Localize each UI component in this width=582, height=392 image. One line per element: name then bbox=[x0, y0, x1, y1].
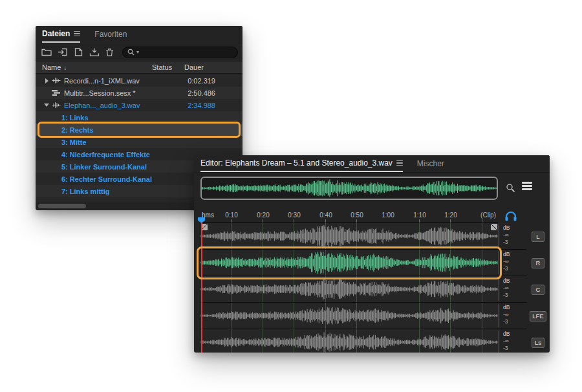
ruler-tick-label: 0:50 bbox=[350, 212, 363, 219]
name-column-header[interactable]: Name ↓ bbox=[42, 63, 152, 71]
db-scale-column[interactable]: dB -∞ -3 dB -∞ -3 dB -∞ -3 dB -∞ -3 dB -… bbox=[498, 223, 526, 353]
db-neg3-label: -3 bbox=[503, 345, 508, 351]
channel-button-ls[interactable]: Ls bbox=[532, 338, 544, 348]
channel-waveform-r[interactable] bbox=[200, 250, 498, 276]
waveform-display bbox=[200, 223, 498, 353]
tab-dateien[interactable]: Dateien bbox=[42, 26, 80, 43]
search-input[interactable] bbox=[141, 49, 233, 56]
editor-panel: Editor: Elephants Dream – 5.1 and Stereo… bbox=[194, 155, 550, 353]
channel-button-lfe[interactable]: LFE bbox=[530, 311, 546, 321]
list-icon bbox=[522, 182, 532, 190]
tab-editor-label: Editor: Elephants Dream – 5.1 and Stereo… bbox=[200, 158, 393, 168]
channel-row-links[interactable]: 1: Links bbox=[36, 111, 242, 124]
navigator-frame[interactable] bbox=[200, 177, 498, 200]
db-scale[interactable]: dB -∞ -3 bbox=[498, 303, 526, 329]
overview-navigator[interactable] bbox=[200, 177, 498, 200]
search-box[interactable]: ▾ bbox=[122, 47, 238, 58]
new-file-icon bbox=[74, 48, 83, 56]
fade-in-handle[interactable] bbox=[201, 224, 208, 230]
search-scope-caret-icon: ▾ bbox=[136, 50, 139, 55]
file-row-recording[interactable]: Recordi...n-1_iXML.wav 0:02.319 bbox=[36, 74, 242, 87]
channel-row-rechts[interactable]: 2: Rechts bbox=[36, 124, 242, 136]
open-folder-button[interactable] bbox=[41, 48, 52, 56]
multitrack-session-icon bbox=[51, 89, 64, 96]
files-tab-bar: Dateien Favoriten bbox=[36, 26, 242, 43]
list-button[interactable] bbox=[522, 182, 532, 192]
waveform-c bbox=[200, 276, 498, 302]
db-unit-label: dB bbox=[503, 304, 510, 310]
channel-label: 1: Links bbox=[61, 114, 89, 122]
file-duration: 2:50.486 bbox=[184, 89, 215, 97]
ruler-tick-label: 0:40 bbox=[319, 212, 332, 219]
tab-favoriten-label: Favoriten bbox=[94, 30, 127, 39]
db-unit-label: dB bbox=[503, 278, 510, 284]
file-row-session[interactable]: Multitr...Session.sesx * 2:50.486 bbox=[36, 87, 242, 99]
waveform-file-icon bbox=[51, 102, 64, 109]
expand-chevron-icon[interactable] bbox=[42, 78, 51, 83]
ruler-tick-label: 0:20 bbox=[257, 212, 269, 219]
channel-button-l[interactable]: L bbox=[532, 232, 544, 242]
channel-button-r[interactable]: R bbox=[532, 258, 544, 268]
file-name: Elephan..._audio_3.wav bbox=[64, 102, 152, 109]
sort-descending-icon: ↓ bbox=[63, 64, 67, 71]
horizontal-scrollbar-thumb[interactable] bbox=[38, 204, 86, 208]
db-neg-inf-label: -∞ bbox=[503, 258, 509, 265]
file-name: Multitr...Session.sesx * bbox=[64, 89, 152, 97]
db-scale[interactable]: dB -∞ -3 bbox=[498, 329, 526, 353]
db-unit-label: dB bbox=[503, 251, 510, 257]
fade-out-handle[interactable] bbox=[491, 224, 497, 230]
open-folder-icon bbox=[41, 48, 52, 56]
channel-waveform-ls[interactable] bbox=[200, 329, 498, 353]
channel-label: 3: Mitte bbox=[61, 138, 87, 146]
tab-favoriten[interactable]: Favoriten bbox=[94, 26, 127, 43]
db-scale[interactable]: dB -∞ -3 bbox=[498, 250, 526, 276]
monitor-button[interactable] bbox=[504, 210, 517, 223]
files-toolbar: ▾ bbox=[36, 43, 242, 61]
db-scale[interactable]: dB -∞ -3 bbox=[498, 276, 526, 303]
zoom-button[interactable] bbox=[506, 183, 515, 195]
db-neg-inf-label: -∞ bbox=[503, 232, 509, 238]
channel-label: 6: Rechter Surround-Kanal bbox=[61, 175, 152, 183]
timeline-ruler[interactable]: hms 0:10 0:20 0:30 0:40 0:50 1:00 1:10 1… bbox=[200, 208, 498, 223]
channel-waveform-lfe[interactable] bbox=[200, 303, 498, 329]
waveform-ls bbox=[200, 329, 498, 353]
channel-waveform-l[interactable] bbox=[200, 223, 498, 250]
channel-waveform-c[interactable] bbox=[200, 276, 498, 303]
file-name: Recordi...n-1_iXML.wav bbox=[64, 77, 152, 85]
save-button[interactable] bbox=[89, 48, 100, 56]
zoom-icon bbox=[506, 183, 515, 193]
panel-menu-icon[interactable] bbox=[396, 159, 403, 168]
channel-label: 7: Links mittig bbox=[61, 188, 110, 195]
db-scale[interactable]: dB -∞ -3 bbox=[498, 223, 526, 250]
tab-editor[interactable]: Editor: Elephants Dream – 5.1 and Stereo… bbox=[200, 155, 403, 172]
channel-row-mitte[interactable]: 3: Mitte bbox=[36, 136, 242, 148]
ruler-tick-label: 1:00 bbox=[382, 212, 394, 219]
name-header-label: Name bbox=[42, 63, 61, 71]
file-row-elephants[interactable]: Elephan..._audio_3.wav 2:34.988 bbox=[36, 99, 242, 111]
import-file-button[interactable] bbox=[58, 48, 68, 56]
delete-button[interactable] bbox=[105, 48, 114, 56]
db-neg-inf-label: -∞ bbox=[503, 338, 509, 344]
channel-button-c[interactable]: C bbox=[532, 285, 544, 295]
tab-mischer[interactable]: Mischer bbox=[417, 155, 444, 172]
db-neg3-label: -3 bbox=[503, 265, 508, 272]
db-neg-inf-label: -∞ bbox=[503, 311, 509, 318]
status-column-header[interactable]: Status bbox=[152, 63, 184, 71]
collapse-chevron-icon[interactable] bbox=[42, 103, 51, 107]
waveform-r bbox=[200, 250, 498, 276]
ruler-tick-label: 0:30 bbox=[288, 212, 300, 219]
new-file-button[interactable] bbox=[74, 48, 83, 56]
editor-tab-bar: Editor: Elephants Dream – 5.1 and Stereo… bbox=[194, 155, 550, 173]
panel-menu-icon[interactable] bbox=[74, 30, 80, 38]
waveform-l bbox=[200, 223, 498, 249]
db-neg-inf-label: -∞ bbox=[503, 285, 509, 291]
tab-dateien-label: Dateien bbox=[42, 29, 70, 38]
db-neg3-label: -3 bbox=[503, 292, 508, 298]
clip-label: (Clip) bbox=[480, 212, 496, 219]
db-unit-label: dB bbox=[503, 224, 510, 231]
save-icon bbox=[89, 48, 100, 56]
duration-column-header[interactable]: Dauer bbox=[184, 63, 215, 71]
channel-label: 4: Niederfrequente Effekte bbox=[61, 151, 150, 158]
playhead-line[interactable] bbox=[201, 223, 202, 353]
channel-button-column: L R C LFE Ls bbox=[526, 223, 550, 353]
